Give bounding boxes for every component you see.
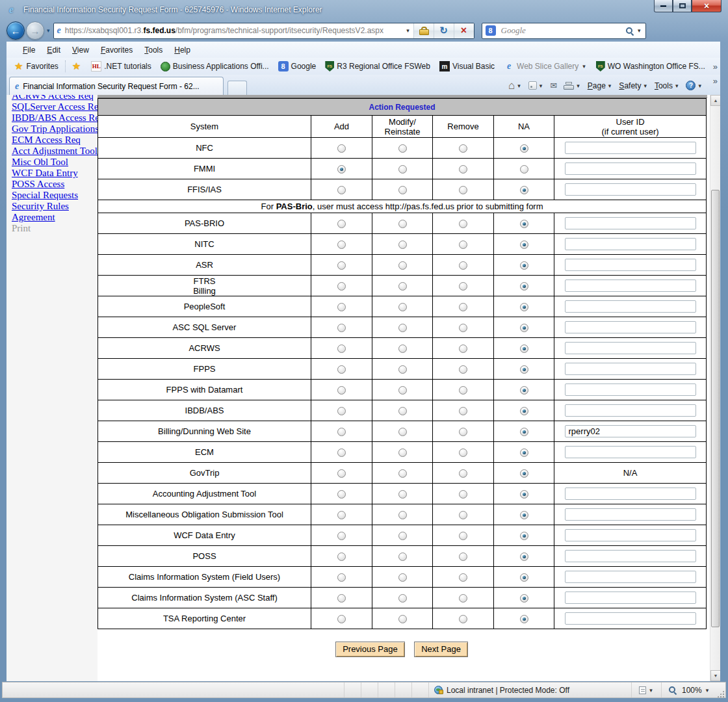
sidebar-link[interactable]: ECM Access Req (12, 135, 98, 146)
favorite-item[interactable]: Business Applications Offi... (157, 60, 273, 73)
radio-add[interactable] (337, 144, 346, 153)
radio-remove[interactable] (459, 490, 467, 499)
radio-remove[interactable] (459, 573, 467, 582)
radio-add[interactable] (337, 386, 346, 395)
favorite-item[interactable]: eWeb Slice Gallery▾ (500, 60, 591, 73)
menu-help[interactable]: Help (168, 44, 196, 57)
user-id-input[interactable] (565, 183, 696, 196)
read-mail-button[interactable]: ✉ (547, 79, 560, 92)
user-id-input[interactable] (565, 162, 696, 175)
radio-remove[interactable] (459, 615, 467, 623)
radio-na[interactable] (520, 186, 528, 194)
radio-add[interactable] (337, 552, 346, 561)
favorite-item[interactable]: mVisual Basic (436, 60, 499, 73)
radio-modify-reinstate[interactable] (398, 428, 407, 436)
menu-tools[interactable]: Tools (138, 44, 168, 57)
radio-na[interactable] (520, 261, 528, 270)
radio-remove[interactable] (459, 303, 467, 311)
user-id-input[interactable] (565, 425, 696, 437)
user-id-input[interactable] (565, 259, 696, 271)
radio-add[interactable] (337, 573, 346, 582)
radio-modify-reinstate[interactable] (398, 324, 407, 332)
radio-add[interactable] (337, 428, 346, 436)
radio-na[interactable] (520, 407, 528, 415)
radio-na[interactable] (520, 240, 528, 249)
zoom-control[interactable]: 100% ▾ (661, 682, 717, 697)
menu-favorites[interactable]: Favorites (95, 44, 138, 57)
user-id-input[interactable] (565, 592, 696, 604)
radio-na[interactable] (520, 594, 528, 603)
search-icon[interactable] (625, 27, 634, 35)
radio-na[interactable] (520, 552, 528, 561)
user-id-input[interactable] (565, 142, 696, 154)
help-button[interactable]: ?▾ (682, 79, 706, 92)
sidebar-link[interactable]: Acct Adjustment Tool (12, 146, 98, 157)
address-field[interactable]: e https://sxabqsql001.r3.fs.fed.us/bfm/p… (54, 23, 403, 38)
radio-modify-reinstate[interactable] (398, 469, 407, 478)
radio-add[interactable] (337, 240, 346, 249)
tab-active[interactable]: e Financial Information Security Request… (9, 77, 224, 95)
radio-remove[interactable] (459, 532, 467, 540)
search-dropdown-icon[interactable]: ▾ (636, 27, 642, 34)
resize-grip[interactable] (717, 690, 724, 697)
radio-modify-reinstate[interactable] (398, 386, 407, 395)
radio-modify-reinstate[interactable] (398, 240, 407, 249)
radio-modify-reinstate[interactable] (398, 365, 407, 374)
radio-remove[interactable] (459, 511, 467, 519)
radio-modify-reinstate[interactable] (398, 261, 407, 270)
scrollbar-thumb[interactable] (711, 190, 720, 627)
radio-na[interactable] (520, 448, 528, 457)
feeds-button[interactable]: ▾ (525, 80, 547, 91)
radio-remove[interactable] (459, 282, 467, 291)
radio-modify-reinstate[interactable] (398, 186, 407, 194)
radio-remove[interactable] (459, 407, 467, 415)
sidebar-link[interactable]: Gov Trip Applications (12, 124, 98, 135)
refresh-button[interactable]: ↻ (434, 23, 454, 38)
commandbar-overflow-icon[interactable]: » (713, 76, 718, 86)
radio-add[interactable] (337, 303, 346, 311)
close-button[interactable]: × (692, 0, 722, 12)
sidebar-link[interactable]: POSS Access (12, 179, 98, 190)
radio-remove[interactable] (459, 448, 467, 457)
user-id-input[interactable] (565, 404, 696, 417)
radio-modify-reinstate[interactable] (398, 165, 407, 174)
radio-na[interactable] (520, 365, 528, 374)
radio-modify-reinstate[interactable] (398, 220, 407, 228)
radio-add[interactable] (337, 344, 346, 353)
user-id-input[interactable] (565, 363, 696, 375)
security-lock-button[interactable] (413, 23, 434, 38)
radio-add[interactable] (337, 532, 346, 540)
user-id-input[interactable] (565, 446, 696, 458)
radio-modify-reinstate[interactable] (398, 303, 407, 311)
tools-menu[interactable]: Tools▾ (651, 80, 683, 92)
radio-remove[interactable] (459, 144, 467, 153)
radio-remove[interactable] (459, 220, 467, 228)
radio-remove[interactable] (459, 344, 467, 353)
user-id-input[interactable] (565, 321, 696, 333)
radio-modify-reinstate[interactable] (398, 594, 407, 603)
radio-add[interactable] (337, 186, 346, 194)
radio-remove[interactable] (459, 469, 467, 478)
radio-remove[interactable] (459, 240, 467, 249)
radio-remove[interactable] (459, 324, 467, 332)
sidebar-link[interactable]: SQLServer Access Req (12, 101, 98, 112)
radio-add[interactable] (337, 220, 346, 228)
search-input[interactable] (500, 25, 623, 36)
menu-edit[interactable]: Edit (41, 44, 66, 57)
sidebar-link[interactable]: ACRWS Access Req (12, 95, 98, 101)
radio-remove[interactable] (459, 165, 467, 174)
radio-modify-reinstate[interactable] (398, 532, 407, 540)
scroll-down-button[interactable]: ▼ (710, 670, 720, 681)
vertical-scrollbar[interactable]: ▲ ▼ (710, 95, 720, 681)
radio-modify-reinstate[interactable] (398, 552, 407, 561)
stop-button[interactable]: × (454, 23, 474, 38)
radio-add[interactable] (337, 165, 346, 174)
radio-add[interactable] (337, 594, 346, 603)
sidebar-link[interactable]: Misc Obl Tool (12, 157, 98, 168)
radio-add[interactable] (337, 469, 346, 478)
radio-add[interactable] (337, 615, 346, 623)
user-id-input[interactable] (565, 488, 696, 500)
radio-na[interactable] (520, 615, 528, 623)
radio-na[interactable] (520, 324, 528, 332)
menu-file[interactable]: File (17, 44, 41, 57)
